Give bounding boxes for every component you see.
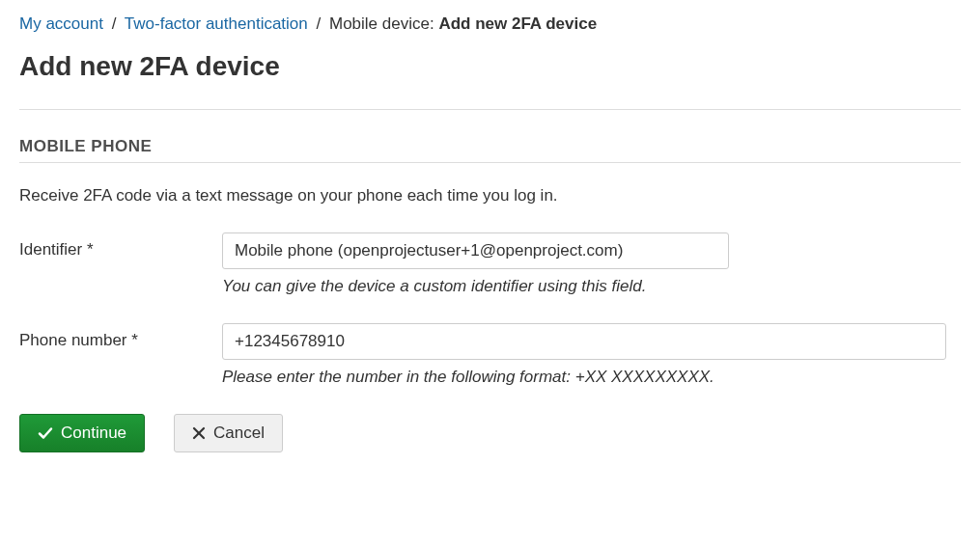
phone-field-wrapper: Please enter the number in the following… [222,323,961,387]
section-title: MOBILE PHONE [19,137,961,163]
breadcrumb-current: Add new 2FA device [438,14,597,33]
form-actions: Continue Cancel [19,414,961,452]
phone-help: Please enter the number in the following… [222,368,961,387]
cancel-label: Cancel [213,424,265,443]
identifier-input[interactable] [222,232,729,269]
close-icon [192,426,206,440]
identifier-help: You can give the device a custom identif… [222,277,961,296]
form-row-phone: Phone number * Please enter the number i… [19,323,961,387]
continue-button[interactable]: Continue [19,414,145,452]
continue-label: Continue [61,424,126,443]
breadcrumb-separator: / [112,14,117,33]
identifier-field-wrapper: You can give the device a custom identif… [222,232,961,296]
page-title: Add new 2FA device [19,51,961,82]
section-description: Receive 2FA code via a text message on y… [19,186,961,205]
phone-label: Phone number * [19,323,222,350]
breadcrumb-separator: / [317,14,322,33]
breadcrumb: My account / Two-factor authentication /… [19,14,961,34]
phone-input[interactable] [222,323,946,360]
cancel-button[interactable]: Cancel [174,414,283,452]
identifier-label: Identifier * [19,232,222,260]
divider [19,109,961,110]
check-icon [38,425,53,441]
breadcrumb-my-account[interactable]: My account [19,14,103,33]
breadcrumb-two-factor[interactable]: Two-factor authentication [125,14,308,33]
form-row-identifier: Identifier * You can give the device a c… [19,232,961,296]
breadcrumb-current-prefix: Mobile device: [329,14,438,33]
